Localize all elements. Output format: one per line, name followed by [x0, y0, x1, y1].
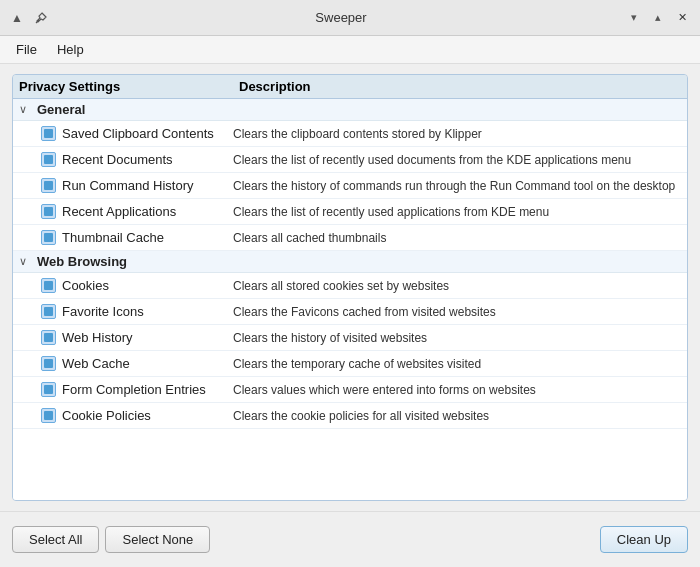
row-privacy-cell: Web History [41, 330, 233, 345]
row-description: Clears the list of recently used applica… [233, 205, 681, 219]
close-btn[interactable]: ✕ [672, 8, 692, 28]
titlebar: ▲ Sweeper ▾ ▴ ✕ [0, 0, 700, 36]
row-checkbox[interactable] [41, 178, 56, 193]
row-description: Clears all cached thumbnails [233, 231, 681, 245]
table-row: Recent Documents Clears the list of rece… [13, 147, 687, 173]
select-none-button[interactable]: Select None [105, 526, 210, 553]
menu-file[interactable]: File [6, 39, 47, 60]
dropdown-btn[interactable]: ▾ [624, 8, 644, 28]
clean-up-button[interactable]: Clean Up [600, 526, 688, 553]
row-label: Thumbnail Cache [62, 230, 164, 245]
section-arrow-web-browsing: ∨ [19, 255, 33, 268]
row-description: Clears the history of commands run throu… [233, 179, 681, 193]
row-label: Cookie Policies [62, 408, 151, 423]
row-label: Web History [62, 330, 133, 345]
row-description: Clears the clipboard contents stored by … [233, 127, 681, 141]
table-row: Cookies Clears all stored cookies set by… [13, 273, 687, 299]
section-title-general: General [37, 102, 85, 117]
row-privacy-cell: Recent Documents [41, 152, 233, 167]
table-row: Recent Applications Clears the list of r… [13, 199, 687, 225]
row-checkbox[interactable] [41, 330, 56, 345]
row-checkbox[interactable] [41, 204, 56, 219]
select-all-button[interactable]: Select All [12, 526, 99, 553]
row-description: Clears all stored cookies set by website… [233, 279, 681, 293]
row-privacy-cell: Run Command History [41, 178, 233, 193]
row-privacy-cell: Recent Applications [41, 204, 233, 219]
row-label: Form Completion Entries [62, 382, 206, 397]
pin-icon[interactable] [32, 9, 50, 27]
row-checkbox[interactable] [41, 408, 56, 423]
row-checkbox[interactable] [41, 230, 56, 245]
window-title: Sweeper [58, 10, 624, 25]
minimize-btn[interactable]: ▴ [648, 8, 668, 28]
table-row: Form Completion Entries Clears values wh… [13, 377, 687, 403]
up-icon[interactable]: ▲ [8, 9, 26, 27]
table-row: Saved Clipboard Contents Clears the clip… [13, 121, 687, 147]
col-description-header: Description [239, 79, 681, 94]
section-general[interactable]: ∨ General [13, 99, 687, 121]
row-description: Clears the history of visited websites [233, 331, 681, 345]
row-checkbox[interactable] [41, 356, 56, 371]
main-content: Privacy Settings Description ∨ General S… [0, 64, 700, 511]
row-privacy-cell: Cookies [41, 278, 233, 293]
row-label: Favorite Icons [62, 304, 144, 319]
row-label: Run Command History [62, 178, 194, 193]
row-label: Web Cache [62, 356, 130, 371]
row-checkbox[interactable] [41, 382, 56, 397]
titlebar-left-icons: ▲ [8, 9, 50, 27]
col-privacy-header: Privacy Settings [19, 79, 239, 94]
table-header: Privacy Settings Description [13, 75, 687, 99]
row-checkbox[interactable] [41, 304, 56, 319]
menu-help[interactable]: Help [47, 39, 94, 60]
bottom-area: Select All Select None Clean Up [0, 511, 700, 567]
table-row: Favorite Icons Clears the Favicons cache… [13, 299, 687, 325]
table-body: ∨ General Saved Clipboard Contents Clear… [13, 99, 687, 500]
row-privacy-cell: Saved Clipboard Contents [41, 126, 233, 141]
row-privacy-cell: Cookie Policies [41, 408, 233, 423]
row-checkbox[interactable] [41, 278, 56, 293]
menubar: File Help [0, 36, 700, 64]
row-description: Clears the Favicons cached from visited … [233, 305, 681, 319]
table-row: Thumbnail Cache Clears all cached thumbn… [13, 225, 687, 251]
row-privacy-cell: Web Cache [41, 356, 233, 371]
table-row: Web Cache Clears the temporary cache of … [13, 351, 687, 377]
row-privacy-cell: Thumbnail Cache [41, 230, 233, 245]
row-label: Saved Clipboard Contents [62, 126, 214, 141]
settings-table: Privacy Settings Description ∨ General S… [12, 74, 688, 501]
row-privacy-cell: Form Completion Entries [41, 382, 233, 397]
row-checkbox[interactable] [41, 126, 56, 141]
row-description: Clears the temporary cache of websites v… [233, 357, 681, 371]
row-checkbox[interactable] [41, 152, 56, 167]
table-row: Run Command History Clears the history o… [13, 173, 687, 199]
table-row: Cookie Policies Clears the cookie polici… [13, 403, 687, 429]
row-label: Recent Documents [62, 152, 173, 167]
table-row: Web History Clears the history of visite… [13, 325, 687, 351]
section-web-browsing[interactable]: ∨ Web Browsing [13, 251, 687, 273]
bottom-left-buttons: Select All Select None [12, 526, 210, 553]
section-arrow-general: ∨ [19, 103, 33, 116]
row-label: Cookies [62, 278, 109, 293]
row-label: Recent Applications [62, 204, 176, 219]
section-title-web-browsing: Web Browsing [37, 254, 127, 269]
row-privacy-cell: Favorite Icons [41, 304, 233, 319]
titlebar-right-icons: ▾ ▴ ✕ [624, 8, 692, 28]
row-description: Clears the cookie policies for all visit… [233, 409, 681, 423]
row-description: Clears values which were entered into fo… [233, 383, 681, 397]
row-description: Clears the list of recently used documen… [233, 153, 681, 167]
